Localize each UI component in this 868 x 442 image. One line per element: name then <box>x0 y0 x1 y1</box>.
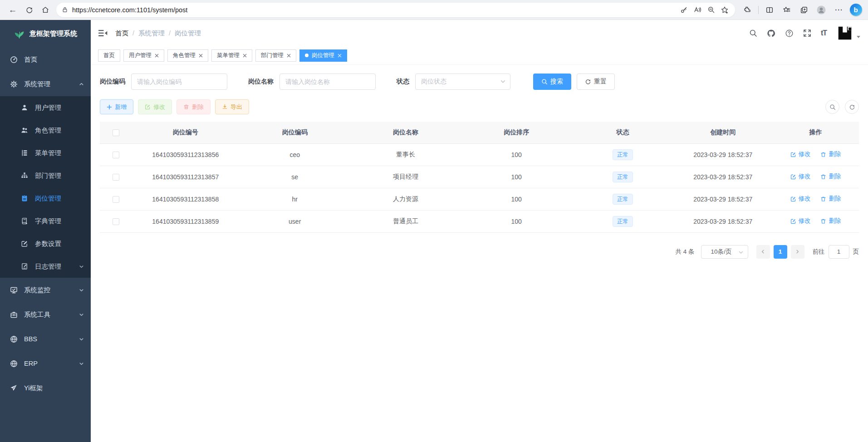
table-row: 1641030593112313858 hr 人力资源 100 正常 2023-… <box>100 188 859 210</box>
prev-page-button[interactable] <box>756 245 770 259</box>
split-screen-icon[interactable] <box>762 3 777 17</box>
page-size-select[interactable]: 10条/页 <box>701 245 748 259</box>
tab-user-mgmt[interactable]: 用户管理 <box>123 49 164 62</box>
tab-dept-mgmt[interactable]: 部门管理 <box>255 49 296 62</box>
close-icon[interactable] <box>287 54 291 58</box>
goto-page-input[interactable] <box>829 245 849 259</box>
sidebar-item-bbs[interactable]: BBS <box>0 327 91 351</box>
tab-post-mgmt[interactable]: 岗位管理 <box>299 49 347 62</box>
chevron-down-icon <box>738 250 744 255</box>
row-edit-link[interactable]: 修改 <box>790 150 811 158</box>
github-icon[interactable] <box>767 29 775 38</box>
zoom-out-icon[interactable] <box>704 4 718 16</box>
read-aloud-icon[interactable] <box>691 4 704 16</box>
post-name-input[interactable] <box>280 74 376 90</box>
tab-menu-mgmt[interactable]: 菜单管理 <box>211 49 252 62</box>
chevron-down-icon <box>79 264 84 269</box>
status-badge: 正常 <box>613 216 633 227</box>
sidebar-item-system-monitor[interactable]: 系统监控 <box>0 278 91 302</box>
select-all-checkbox[interactable] <box>113 129 119 136</box>
sidebar-item-user-mgmt[interactable]: 用户管理 <box>0 96 91 119</box>
row-delete-link[interactable]: 删除 <box>820 195 841 203</box>
caret-down-icon <box>857 36 860 38</box>
breadcrumb-post-mgmt: 岗位管理 <box>175 29 201 38</box>
add-button[interactable]: 新增 <box>100 99 133 114</box>
refresh-table-button[interactable] <box>845 100 859 114</box>
edit-icon <box>790 174 796 180</box>
sidebar-item-dict-mgmt[interactable]: 字典管理 <box>0 210 91 232</box>
address-bar[interactable]: https://ccnetcore.com:1101/system/post <box>56 3 735 17</box>
app-logo[interactable]: 意框架管理系统 <box>0 20 91 47</box>
chevron-down-icon <box>79 361 84 366</box>
close-icon[interactable] <box>243 54 247 58</box>
sidebar-item-home[interactable]: 首页 <box>0 47 91 72</box>
row-checkbox[interactable] <box>113 218 119 225</box>
password-key-icon[interactable] <box>677 4 691 16</box>
reset-button[interactable]: 重置 <box>577 74 615 90</box>
row-delete-link[interactable]: 删除 <box>820 150 841 158</box>
col-post-id: 岗位编号 <box>132 122 240 143</box>
row-checkbox[interactable] <box>113 196 119 203</box>
row-edit-link[interactable]: 修改 <box>790 195 811 203</box>
sidebar-item-system-mgmt[interactable]: 系统管理 <box>0 72 91 96</box>
table-row: 1641030593112313857 se 项目经理 100 正常 2023-… <box>100 166 859 188</box>
add-favorite-star-icon[interactable] <box>718 4 731 16</box>
help-icon[interactable] <box>785 29 794 38</box>
edit-button[interactable]: 修改 <box>138 99 172 114</box>
lock-icon <box>62 6 68 13</box>
sidebar-item-role-mgmt[interactable]: 角色管理 <box>0 119 91 142</box>
page-number-1[interactable]: 1 <box>774 245 787 259</box>
browser-menu-icon[interactable]: ⋯ <box>831 3 846 17</box>
fullscreen-icon[interactable] <box>803 29 811 37</box>
close-icon[interactable] <box>199 54 203 58</box>
next-page-button[interactable] <box>791 245 804 259</box>
row-checkbox[interactable] <box>113 152 119 158</box>
browser-home-button[interactable] <box>37 2 54 18</box>
post-code-input[interactable] <box>131 74 227 90</box>
browser-back-button[interactable]: ← <box>5 2 21 18</box>
sidebar-item-dept-mgmt[interactable]: 部门管理 <box>0 164 91 187</box>
search-button[interactable]: 搜索 <box>533 74 571 90</box>
gear-icon <box>10 80 18 88</box>
post-table: 岗位编号 岗位编码 岗位名称 岗位排序 状态 创建时间 操作 164103059… <box>100 122 859 233</box>
status-label: 状态 <box>397 78 409 86</box>
breadcrumb-system-mgmt: 系统管理 <box>138 29 165 38</box>
export-button[interactable]: 导出 <box>215 99 249 114</box>
sidebar-fold-icon[interactable] <box>98 29 108 37</box>
sidebar-item-log-mgmt[interactable]: 日志管理 <box>0 255 91 278</box>
sidebar-item-menu-mgmt[interactable]: 菜单管理 <box>0 142 91 164</box>
status-select[interactable]: 岗位状态 <box>415 74 510 90</box>
row-delete-link[interactable]: 删除 <box>820 217 841 225</box>
sidebar-item-erp[interactable]: ERP <box>0 351 91 376</box>
chevron-down-icon <box>79 312 84 317</box>
row-edit-link[interactable]: 修改 <box>790 172 811 181</box>
bing-copilot-icon[interactable]: b <box>848 3 863 17</box>
extensions-icon[interactable] <box>740 3 755 17</box>
sidebar-item-param-settings[interactable]: 参数设置 <box>0 232 91 255</box>
sidebar-item-system-tools[interactable]: 系统工具 <box>0 302 91 327</box>
user-avatar[interactable] <box>836 24 860 42</box>
globe-icon <box>10 360 18 368</box>
breadcrumb-home[interactable]: 首页 <box>115 29 128 38</box>
close-icon[interactable] <box>155 54 159 58</box>
edit-icon <box>790 218 796 224</box>
favorites-icon[interactable] <box>779 3 794 17</box>
org-tree-icon <box>21 172 29 180</box>
status-badge: 正常 <box>613 149 633 160</box>
show-search-button[interactable] <box>825 100 839 114</box>
collections-icon[interactable] <box>796 3 812 17</box>
tab-role-mgmt[interactable]: 角色管理 <box>167 49 208 62</box>
row-edit-link[interactable]: 修改 <box>790 217 811 225</box>
status-select-input[interactable] <box>415 74 510 90</box>
delete-button[interactable]: 删除 <box>177 99 211 114</box>
row-delete-link[interactable]: 删除 <box>820 172 841 181</box>
sidebar-item-post-mgmt[interactable]: 岗位管理 <box>0 187 91 210</box>
browser-refresh-button[interactable] <box>21 2 37 18</box>
font-size-icon[interactable]: tT <box>821 29 827 37</box>
sidebar-item-yi-framework[interactable]: Yi框架 <box>0 376 91 400</box>
tab-home[interactable]: 首页 <box>98 49 120 62</box>
close-icon[interactable] <box>338 54 342 58</box>
row-checkbox[interactable] <box>113 174 119 181</box>
header-search-icon[interactable] <box>749 29 757 37</box>
browser-profile-avatar[interactable] <box>814 3 829 17</box>
